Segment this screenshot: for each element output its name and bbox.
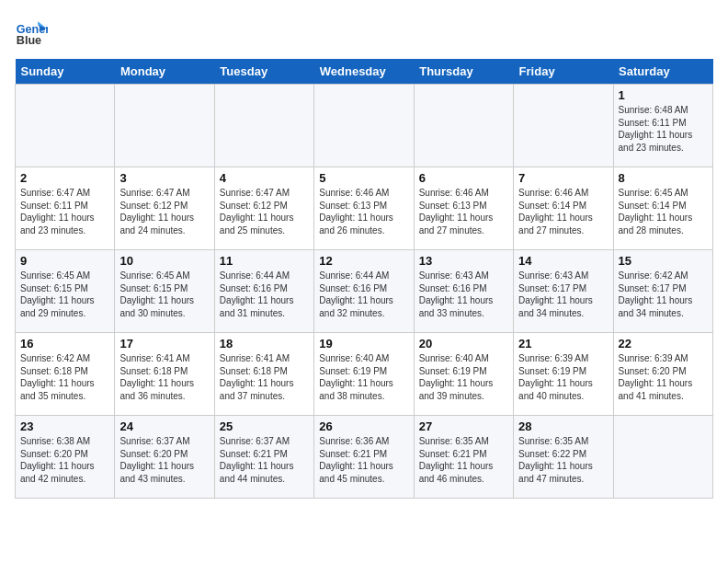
day-info: Sunrise: 6:46 AM Sunset: 6:14 PM Dayligh…	[518, 187, 608, 236]
day-number: 8	[619, 171, 708, 185]
day-number: 2	[20, 171, 109, 185]
calendar-cell: 2Sunrise: 6:47 AM Sunset: 6:11 PM Daylig…	[16, 167, 115, 250]
day-number: 12	[319, 254, 408, 268]
calendar-cell: 25Sunrise: 6:37 AM Sunset: 6:21 PM Dayli…	[214, 416, 313, 499]
day-info: Sunrise: 6:45 AM Sunset: 6:15 PM Dayligh…	[119, 270, 209, 319]
day-info: Sunrise: 6:46 AM Sunset: 6:13 PM Dayligh…	[319, 187, 408, 236]
calendar-cell	[314, 85, 414, 167]
day-number: 16	[20, 337, 109, 350]
day-info: Sunrise: 6:44 AM Sunset: 6:16 PM Dayligh…	[220, 270, 309, 319]
day-info: Sunrise: 6:42 AM Sunset: 6:18 PM Dayligh…	[20, 352, 109, 402]
day-number: 14	[518, 254, 608, 268]
day-number: 7	[518, 171, 608, 185]
calendar-cell: 28Sunrise: 6:35 AM Sunset: 6:22 PM Dayli…	[514, 416, 613, 499]
calendar-week-4: 16Sunrise: 6:42 AM Sunset: 6:18 PM Dayli…	[16, 333, 713, 416]
calendar-cell: 24Sunrise: 6:37 AM Sunset: 6:20 PM Dayli…	[115, 416, 214, 499]
day-info: Sunrise: 6:37 AM Sunset: 6:20 PM Dayligh…	[119, 435, 209, 485]
day-info: Sunrise: 6:35 AM Sunset: 6:22 PM Dayligh…	[518, 435, 608, 485]
calendar-week-3: 9Sunrise: 6:45 AM Sunset: 6:15 PM Daylig…	[16, 250, 713, 333]
day-number: 5	[319, 171, 408, 185]
calendar-cell	[214, 85, 313, 167]
calendar-cell	[613, 416, 712, 499]
calendar-cell: 14Sunrise: 6:43 AM Sunset: 6:17 PM Dayli…	[514, 250, 613, 333]
calendar-cell: 10Sunrise: 6:45 AM Sunset: 6:15 PM Dayli…	[115, 250, 214, 333]
calendar-cell: 7Sunrise: 6:46 AM Sunset: 6:14 PM Daylig…	[514, 167, 613, 250]
day-info: Sunrise: 6:48 AM Sunset: 6:11 PM Dayligh…	[619, 104, 708, 154]
day-info: Sunrise: 6:41 AM Sunset: 6:18 PM Dayligh…	[220, 352, 309, 402]
day-info: Sunrise: 6:37 AM Sunset: 6:21 PM Dayligh…	[220, 435, 309, 485]
day-number: 27	[419, 419, 508, 433]
column-header-friday: Friday	[514, 59, 613, 85]
calendar-cell: 5Sunrise: 6:46 AM Sunset: 6:13 PM Daylig…	[314, 167, 414, 250]
calendar-week-1: 1Sunrise: 6:48 AM Sunset: 6:11 PM Daylig…	[16, 85, 713, 167]
column-header-tuesday: Tuesday	[214, 59, 313, 85]
day-number: 26	[319, 419, 408, 433]
calendar-cell: 4Sunrise: 6:47 AM Sunset: 6:12 PM Daylig…	[214, 167, 313, 250]
calendar-header-row: SundayMondayTuesdayWednesdayThursdayFrid…	[16, 59, 713, 85]
calendar-cell: 26Sunrise: 6:36 AM Sunset: 6:21 PM Dayli…	[314, 416, 414, 499]
calendar-cell: 18Sunrise: 6:41 AM Sunset: 6:18 PM Dayli…	[214, 333, 313, 416]
day-info: Sunrise: 6:44 AM Sunset: 6:16 PM Dayligh…	[319, 270, 408, 319]
day-info: Sunrise: 6:41 AM Sunset: 6:18 PM Dayligh…	[119, 352, 209, 402]
day-number: 13	[419, 254, 508, 268]
calendar-week-5: 23Sunrise: 6:38 AM Sunset: 6:20 PM Dayli…	[16, 416, 713, 499]
day-number: 23	[20, 419, 109, 433]
column-header-saturday: Saturday	[613, 59, 712, 85]
day-info: Sunrise: 6:39 AM Sunset: 6:19 PM Dayligh…	[518, 352, 608, 402]
calendar-cell: 20Sunrise: 6:40 AM Sunset: 6:19 PM Dayli…	[414, 333, 513, 416]
calendar-cell: 17Sunrise: 6:41 AM Sunset: 6:18 PM Dayli…	[115, 333, 214, 416]
day-number: 10	[119, 254, 209, 268]
calendar-cell: 12Sunrise: 6:44 AM Sunset: 6:16 PM Dayli…	[314, 250, 414, 333]
calendar-cell: 21Sunrise: 6:39 AM Sunset: 6:19 PM Dayli…	[514, 333, 613, 416]
day-info: Sunrise: 6:42 AM Sunset: 6:17 PM Dayligh…	[619, 270, 708, 319]
calendar-cell: 19Sunrise: 6:40 AM Sunset: 6:19 PM Dayli…	[314, 333, 414, 416]
svg-text:Blue: Blue	[17, 34, 41, 47]
calendar-cell: 22Sunrise: 6:39 AM Sunset: 6:20 PM Dayli…	[613, 333, 712, 416]
day-info: Sunrise: 6:45 AM Sunset: 6:14 PM Dayligh…	[619, 187, 708, 236]
day-number: 11	[220, 254, 309, 268]
day-number: 20	[419, 337, 508, 350]
day-info: Sunrise: 6:43 AM Sunset: 6:16 PM Dayligh…	[419, 270, 508, 319]
calendar-cell: 3Sunrise: 6:47 AM Sunset: 6:12 PM Daylig…	[115, 167, 214, 250]
calendar-cell	[414, 85, 513, 167]
calendar-week-2: 2Sunrise: 6:47 AM Sunset: 6:11 PM Daylig…	[16, 167, 713, 250]
day-info: Sunrise: 6:40 AM Sunset: 6:19 PM Dayligh…	[319, 352, 408, 402]
day-number: 4	[220, 171, 309, 185]
day-info: Sunrise: 6:38 AM Sunset: 6:20 PM Dayligh…	[20, 435, 109, 485]
day-number: 17	[119, 337, 209, 350]
calendar-cell: 16Sunrise: 6:42 AM Sunset: 6:18 PM Dayli…	[16, 333, 115, 416]
calendar-cell: 8Sunrise: 6:45 AM Sunset: 6:14 PM Daylig…	[613, 167, 712, 250]
day-number: 9	[20, 254, 109, 268]
day-info: Sunrise: 6:45 AM Sunset: 6:15 PM Dayligh…	[20, 270, 109, 319]
day-number: 22	[619, 337, 708, 350]
day-info: Sunrise: 6:43 AM Sunset: 6:17 PM Dayligh…	[518, 270, 608, 319]
day-info: Sunrise: 6:47 AM Sunset: 6:12 PM Dayligh…	[220, 187, 309, 236]
column-header-sunday: Sunday	[16, 59, 115, 85]
column-header-wednesday: Wednesday	[314, 59, 414, 85]
day-number: 1	[619, 88, 708, 102]
day-info: Sunrise: 6:40 AM Sunset: 6:19 PM Dayligh…	[419, 352, 508, 402]
day-info: Sunrise: 6:36 AM Sunset: 6:21 PM Dayligh…	[319, 435, 408, 485]
calendar-cell	[115, 85, 214, 167]
day-number: 6	[419, 171, 508, 185]
column-header-thursday: Thursday	[414, 59, 513, 85]
day-number: 25	[220, 419, 309, 433]
logo-icon: General Blue	[15, 15, 48, 48]
calendar-cell: 13Sunrise: 6:43 AM Sunset: 6:16 PM Dayli…	[414, 250, 513, 333]
page-header: General Blue	[15, 15, 713, 48]
calendar-cell: 23Sunrise: 6:38 AM Sunset: 6:20 PM Dayli…	[16, 416, 115, 499]
day-number: 24	[119, 419, 209, 433]
column-header-monday: Monday	[115, 59, 214, 85]
day-number: 18	[220, 337, 309, 350]
logo: General Blue	[15, 15, 51, 48]
calendar-table: SundayMondayTuesdayWednesdayThursdayFrid…	[15, 59, 713, 499]
calendar-cell	[514, 85, 613, 167]
calendar-cell: 6Sunrise: 6:46 AM Sunset: 6:13 PM Daylig…	[414, 167, 513, 250]
calendar-cell: 27Sunrise: 6:35 AM Sunset: 6:21 PM Dayli…	[414, 416, 513, 499]
day-number: 21	[518, 337, 608, 350]
day-info: Sunrise: 6:35 AM Sunset: 6:21 PM Dayligh…	[419, 435, 508, 485]
day-number: 3	[119, 171, 209, 185]
calendar-cell: 1Sunrise: 6:48 AM Sunset: 6:11 PM Daylig…	[613, 85, 712, 167]
calendar-body: 1Sunrise: 6:48 AM Sunset: 6:11 PM Daylig…	[16, 85, 713, 499]
calendar-cell: 9Sunrise: 6:45 AM Sunset: 6:15 PM Daylig…	[16, 250, 115, 333]
